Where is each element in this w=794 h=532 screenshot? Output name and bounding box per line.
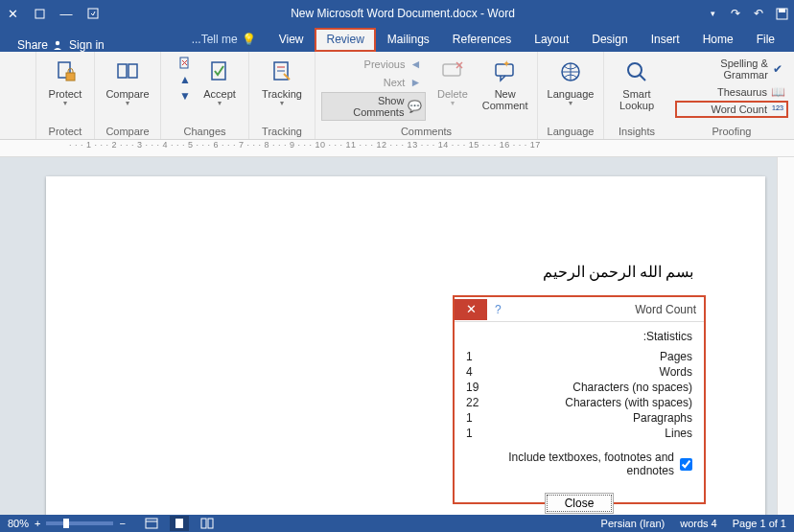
- help-icon[interactable]: ?: [487, 303, 509, 316]
- maximize-icon[interactable]: [33, 7, 46, 20]
- dialog-title-bar[interactable]: Word Count ? ✕: [455, 297, 704, 322]
- view-buttons: [141, 516, 218, 531]
- svg-rect-20: [118, 64, 127, 78]
- show-comments-button[interactable]: 💬Show Comments: [321, 92, 426, 121]
- status-words[interactable]: 4 words: [680, 518, 717, 529]
- read-mode-icon[interactable]: [197, 518, 218, 529]
- tracking-icon: [268, 58, 296, 86]
- undo-icon[interactable]: ↶: [752, 7, 765, 20]
- zoom-slider[interactable]: [46, 521, 113, 525]
- language-button[interactable]: Language ▾: [544, 54, 597, 107]
- thesaurus-button[interactable]: 📖Thesaurus: [675, 83, 788, 101]
- group-protect: Protect ▾ Protect: [35, 52, 94, 139]
- tab-layout[interactable]: Layout: [523, 28, 580, 52]
- delete-comment-button[interactable]: Delete ▾: [430, 54, 475, 107]
- tab-mailings[interactable]: Mailings: [376, 28, 441, 52]
- group-changes: Accept ▾ ▲ ▼ Changes: [160, 52, 248, 139]
- include-checkbox[interactable]: Include textboxes, footnotes and endnote…: [466, 451, 692, 477]
- new-comment-button[interactable]: ✦ New Comment: [479, 54, 531, 111]
- prev-change-button[interactable]: ▲: [177, 72, 193, 87]
- redo-icon[interactable]: ↷: [729, 7, 742, 20]
- spelling-grammar-button[interactable]: ✔Spelling & Grammar: [675, 56, 788, 82]
- wordcount-icon: ¹²³: [771, 103, 784, 116]
- zoom-level[interactable]: 80%: [8, 518, 29, 529]
- save-icon[interactable]: [775, 7, 788, 20]
- reject-button[interactable]: [177, 56, 193, 71]
- share-button[interactable]: Share: [17, 38, 63, 52]
- comment-add-icon: ✦: [491, 58, 520, 86]
- status-bar: Page 1 of 1 4 words Persian (Iran) − + 8…: [0, 515, 794, 532]
- document-body-text[interactable]: بسم الله الرحمن الرحيم: [543, 263, 693, 281]
- tab-view[interactable]: View: [268, 28, 315, 52]
- dropdown-icon: ▾: [280, 99, 284, 107]
- tracking-button[interactable]: Tracking ▾: [255, 54, 309, 107]
- include-checkbox-input[interactable]: [680, 458, 692, 471]
- group-compare: Compare ▾ Compare: [94, 52, 160, 139]
- signin-link[interactable]: Sign in: [69, 38, 105, 52]
- svg-rect-25: [208, 519, 213, 528]
- tab-references[interactable]: References: [441, 28, 523, 52]
- svg-text:✦: ✦: [502, 59, 510, 69]
- tab-home[interactable]: Home: [691, 28, 745, 52]
- protect-button[interactable]: Protect ▾: [42, 54, 88, 107]
- dropdown-icon: ▾: [218, 99, 222, 107]
- compare-icon: [113, 58, 142, 86]
- arrow-up-icon: ▲: [178, 73, 192, 86]
- ribbon: ✔Spelling & Grammar 📖Thesaurus ¹²³Word C…: [0, 52, 794, 140]
- group-title-language: Language: [544, 126, 597, 139]
- tab-file[interactable]: File: [745, 28, 786, 52]
- next-comment-button[interactable]: ►Next: [321, 74, 426, 91]
- close-button[interactable]: Close: [545, 493, 615, 514]
- zoom-out-icon[interactable]: −: [119, 518, 125, 529]
- ribbon-options-icon[interactable]: [86, 7, 100, 20]
- next-change-button[interactable]: ▼: [177, 88, 193, 104]
- smart-lookup-button[interactable]: Smart Lookup: [610, 54, 664, 111]
- accept-button[interactable]: Accept ▾: [197, 54, 243, 107]
- qat: ↶ ↷ ▾: [706, 7, 788, 20]
- svg-rect-27: [146, 519, 157, 528]
- comment-delete-icon: [438, 58, 467, 86]
- web-layout-icon[interactable]: [141, 518, 162, 529]
- horizontal-ruler[interactable]: · · · 1 · · · 2 · · · 3 · · · 4 · · · 5 …: [0, 140, 794, 157]
- vertical-ruler[interactable]: [777, 157, 794, 515]
- compare-button[interactable]: Compare ▾: [101, 54, 154, 107]
- tab-review[interactable]: Review: [315, 28, 375, 52]
- ribbon-tabs: File Home Insert Design Layout Reference…: [0, 27, 794, 52]
- previous-comment-button[interactable]: ◄Previous: [321, 56, 426, 73]
- svg-point-5: [628, 63, 642, 77]
- svg-rect-21: [128, 64, 137, 78]
- stat-row: Characters (no spaces)19: [466, 380, 692, 395]
- close-icon[interactable]: ✕: [6, 7, 19, 20]
- dropdown-icon: ▾: [569, 99, 572, 107]
- status-language[interactable]: Persian (Iran): [601, 518, 666, 529]
- zoom-in-icon[interactable]: +: [35, 518, 40, 529]
- accept-icon: [205, 58, 234, 86]
- tab-tellme[interactable]: 💡Tell me...: [180, 28, 268, 52]
- person-icon: [52, 39, 63, 51]
- group-title-protect: Protect: [42, 126, 88, 139]
- minimize-icon[interactable]: —: [59, 7, 73, 20]
- word-count-dialog: Word Count ? ✕ Statistics: Pages1 Words4…: [453, 295, 706, 504]
- word-count-button[interactable]: ¹²³Word Count: [675, 101, 788, 118]
- status-page[interactable]: Page 1 of 1: [733, 518, 786, 529]
- stat-row: Lines1: [466, 426, 692, 441]
- tab-insert[interactable]: Insert: [640, 28, 691, 52]
- svg-rect-24: [201, 519, 206, 528]
- print-layout-icon[interactable]: [170, 516, 189, 531]
- group-title-tracking: Tracking: [255, 126, 309, 139]
- window-title: New Microsoft Word Document.docx - Word: [104, 7, 702, 20]
- globe-icon: [556, 58, 585, 86]
- zoom-control: − + 80%: [8, 518, 126, 529]
- close-icon[interactable]: ✕: [455, 299, 487, 320]
- group-insights: Smart Lookup Insights: [603, 52, 669, 139]
- arrow-right-icon: ►: [409, 76, 422, 89]
- svg-line-6: [640, 75, 645, 81]
- tab-design[interactable]: Design: [580, 28, 639, 52]
- group-tracking: Tracking ▾ Tracking: [248, 52, 315, 139]
- stat-row: Characters (with spaces)22: [466, 395, 692, 410]
- statistics-heading: Statistics:: [466, 330, 692, 343]
- svg-rect-23: [66, 73, 75, 81]
- svg-point-4: [56, 41, 59, 45]
- dropdown-icon: ▾: [126, 99, 129, 107]
- qat-dropdown-icon[interactable]: ▾: [706, 7, 719, 20]
